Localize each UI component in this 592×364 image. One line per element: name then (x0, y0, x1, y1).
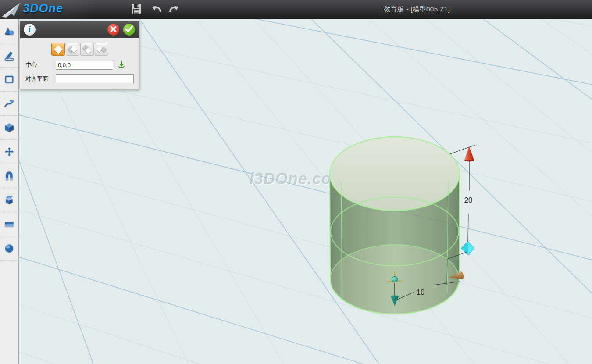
sidebar-toolbar (0, 19, 19, 364)
sketch-icon (4, 50, 15, 61)
save-icon (130, 10, 143, 16)
dialog-body: 中心 对齐平面 (20, 38, 139, 89)
cylinder-mode-center-radius-button[interactable] (51, 43, 65, 56)
sidebar-item-primitives[interactable] (0, 19, 18, 43)
info-button[interactable] (24, 24, 36, 36)
sidebar-item-align-magnet[interactable] (0, 164, 18, 188)
radius-value-label[interactable]: 10 (417, 288, 425, 296)
material-sphere-icon (4, 243, 15, 254)
undo-button[interactable] (149, 2, 164, 17)
feature-solid-icon (4, 122, 15, 133)
cylinder-right-silhouette (459, 174, 460, 279)
cylinder-left-silhouette (330, 174, 330, 279)
move-icon (4, 146, 15, 157)
app-logo-icon (1, 1, 21, 20)
undo-icon (150, 10, 163, 16)
center-field-label: 中心 (25, 61, 56, 69)
align-plane-field-label: 对齐平面 (25, 75, 56, 83)
height-value-label[interactable]: 20 (464, 196, 473, 204)
combine-icon (4, 194, 15, 206)
pick-point-icon[interactable] (117, 60, 126, 70)
redo-icon (168, 10, 180, 16)
center-point-handle-icon[interactable] (392, 277, 398, 282)
dialog-header (20, 21, 139, 38)
cylinder-mode-diagonal-diamond-button[interactable] (80, 43, 94, 56)
check-icon (123, 23, 135, 36)
section-plane-icon (4, 218, 15, 230)
primitives-icon (4, 25, 15, 37)
align-plane-field-row: 对齐平面 (25, 74, 134, 83)
sidebar-item-feature-solid[interactable] (0, 116, 18, 140)
sidebar-item-section-plane[interactable] (0, 212, 18, 236)
redo-button[interactable] (167, 2, 182, 17)
sidebar-item-sketch-plane[interactable] (0, 68, 18, 92)
sidebar-item-material-sphere[interactable] (0, 236, 18, 261)
align-magnet-icon (4, 170, 15, 182)
save-button[interactable] (129, 2, 144, 17)
sidebar-item-edit-curve[interactable] (0, 92, 18, 116)
sketch-plane-icon (4, 74, 15, 85)
sidebar-item-sketch[interactable] (0, 43, 18, 68)
cylinder-mode-small-diamonds-button[interactable] (95, 43, 108, 56)
align-plane-input[interactable] (56, 74, 134, 83)
edit-curve-icon (4, 98, 15, 109)
cylinder-mode-row (51, 43, 134, 56)
sidebar-item-combine[interactable] (0, 188, 18, 212)
cylinder-mode-two-diamond-button[interactable] (66, 43, 79, 56)
cylinder-dialog: 中心 对齐平面 (20, 21, 139, 89)
cancel-button[interactable] (107, 24, 119, 36)
3done-app: { "titlebar": { "logo_text": "3DOne", "t… (0, 0, 592, 364)
sidebar-item-move[interactable] (0, 140, 18, 164)
center-field-row: 中心 (25, 60, 134, 70)
app-logo-text: 3DOne (23, 2, 63, 15)
confirm-button[interactable] (123, 24, 135, 36)
titlebar: 3DOne 教 (0, 0, 592, 19)
close-icon (107, 23, 119, 36)
window-title: 教育版 - [模型005.Z1] (384, 5, 450, 14)
center-input[interactable] (56, 61, 113, 70)
